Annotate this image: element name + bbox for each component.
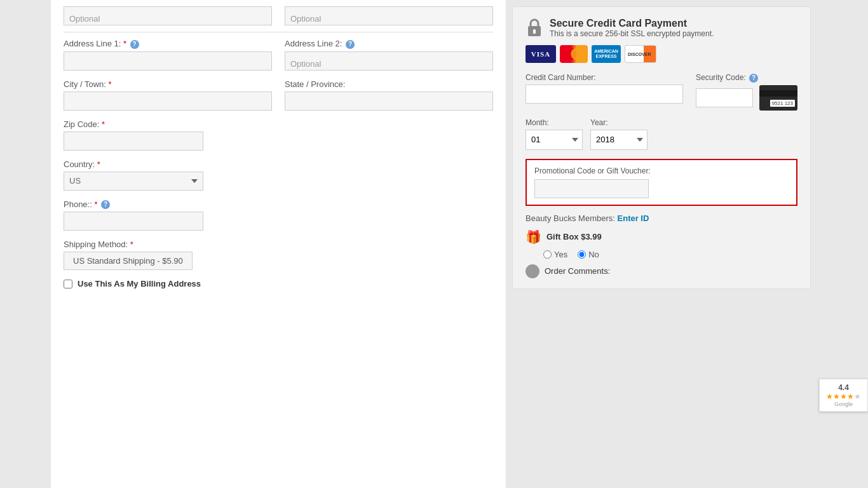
month-select[interactable]: 01 02 03 04 05 06 07 08 09 10 11 12 bbox=[526, 130, 583, 150]
country-select[interactable]: US CA UK AU bbox=[64, 172, 203, 191]
lock-icon bbox=[526, 17, 543, 39]
beauty-bucks-link[interactable]: Enter ID bbox=[618, 214, 649, 223]
address-line1-required: * bbox=[123, 39, 126, 48]
city-col: City / Town: * bbox=[64, 79, 272, 119]
state-input[interactable] bbox=[285, 92, 493, 111]
order-comments-label: Order Comments: bbox=[545, 266, 610, 276]
google-rating-score: 4.4 bbox=[838, 383, 849, 392]
card-logos: VISA AMERICANEXPRESS DISCOVER bbox=[526, 45, 797, 63]
security-code-label: Security Code: ? bbox=[696, 73, 797, 83]
address-line2-help-icon[interactable]: ? bbox=[346, 40, 355, 49]
order-comments-row: Order Comments: bbox=[526, 264, 797, 278]
gift-yes-option[interactable]: Yes bbox=[543, 250, 567, 259]
security-code-input-group: 9521 123 bbox=[696, 85, 797, 111]
zip-group: Zip Code: * bbox=[64, 119, 493, 151]
city-group: City / Town: * bbox=[64, 79, 272, 111]
cc-number-label: Credit Card Number: bbox=[526, 73, 683, 82]
billing-checkbox-row: Use This As My Billing Address bbox=[64, 279, 493, 288]
address-line2-input[interactable]: Optional bbox=[285, 51, 493, 71]
gift-box-label: Gift Box $3.99 bbox=[546, 232, 602, 241]
right-panel: Secure Credit Card Payment This is a sec… bbox=[506, 0, 817, 488]
beauty-bucks-text: Beauty Bucks Members: bbox=[526, 214, 615, 223]
card-code-display: 9521 123 bbox=[770, 100, 795, 107]
year-select[interactable]: 2018 2019 2020 2021 2022 2023 2024 2025 bbox=[590, 130, 648, 150]
amex-logo: AMERICANEXPRESS bbox=[592, 45, 621, 63]
address-line1-input[interactable] bbox=[64, 51, 272, 71]
shipping-group: Shipping Method: * US Standard Shipping … bbox=[64, 240, 493, 270]
city-label: City / Town: * bbox=[64, 79, 272, 89]
phone-required: * bbox=[94, 200, 97, 209]
shipping-label: Shipping Method: * bbox=[64, 240, 493, 249]
gift-no-label: No bbox=[588, 250, 599, 259]
city-required: * bbox=[109, 79, 112, 89]
address-row: Address Line 1: * ? Address Line 2: ? Op… bbox=[64, 39, 493, 79]
secure-subtitle: This is a secure 256-bit SSL encrypted p… bbox=[550, 29, 714, 38]
city-input[interactable] bbox=[64, 92, 272, 111]
state-group: State / Province: bbox=[285, 79, 493, 111]
security-code-input[interactable] bbox=[696, 88, 753, 107]
svg-point-2 bbox=[533, 29, 536, 32]
top-optional-row: Optional Optional bbox=[64, 6, 493, 32]
address-line2-col: Address Line 2: ? Optional bbox=[285, 39, 493, 79]
zip-label: Zip Code: * bbox=[64, 119, 493, 129]
phone-input[interactable] bbox=[64, 212, 203, 231]
visa-logo: VISA bbox=[526, 45, 556, 63]
gift-no-radio[interactable] bbox=[578, 250, 586, 259]
discover-logo: DISCOVER bbox=[625, 45, 656, 63]
promo-input[interactable] bbox=[534, 179, 649, 198]
gift-yes-label: Yes bbox=[554, 250, 567, 259]
promo-label: Promotional Code or Gift Voucher: bbox=[534, 166, 789, 175]
google-label: Google bbox=[834, 401, 853, 407]
top-optional-col-2: Optional bbox=[285, 6, 493, 25]
cc-number-row: Credit Card Number: Security Code: ? 952… bbox=[526, 73, 797, 111]
secure-title: Secure Credit Card Payment bbox=[550, 18, 714, 29]
main-form-area: Optional Optional Address Line 1: * ? bbox=[51, 0, 506, 488]
phone-label: Phone:: * ? bbox=[64, 200, 493, 210]
cc-number-input[interactable] bbox=[526, 85, 683, 104]
beauty-bucks-row: Beauty Bucks Members: Enter ID bbox=[526, 214, 797, 223]
right-gutter bbox=[817, 0, 868, 488]
phone-group: Phone:: * ? bbox=[64, 200, 493, 231]
zip-required: * bbox=[102, 119, 105, 129]
promo-section: Promotional Code or Gift Voucher: bbox=[526, 159, 797, 206]
month-year-row: Month: 01 02 03 04 05 06 07 08 09 10 11 … bbox=[526, 118, 797, 150]
gift-yes-radio[interactable] bbox=[543, 250, 552, 259]
state-col: State / Province: bbox=[285, 79, 493, 119]
cvv-card-image: 9521 123 bbox=[759, 85, 797, 111]
billing-checkbox[interactable] bbox=[64, 280, 72, 288]
address-line2-label: Address Line 2: ? bbox=[285, 39, 493, 49]
month-group: Month: 01 02 03 04 05 06 07 08 09 10 11 … bbox=[526, 118, 583, 150]
shipping-value: US Standard Shipping - $5.90 bbox=[64, 252, 193, 270]
address-line2-group: Address Line 2: ? Optional bbox=[285, 39, 493, 71]
cc-number-group: Credit Card Number: bbox=[526, 73, 683, 104]
year-label: Year: bbox=[590, 118, 648, 127]
gift-no-option[interactable]: No bbox=[578, 250, 599, 259]
country-group: Country: * US CA UK AU bbox=[64, 159, 493, 191]
card-stripe bbox=[759, 90, 797, 97]
google-stars: ★★★★★ bbox=[826, 392, 861, 401]
security-code-help-icon[interactable]: ? bbox=[749, 74, 758, 83]
year-group: Year: 2018 2019 2020 2021 2022 2023 2024… bbox=[590, 118, 648, 150]
state-label: State / Province: bbox=[285, 79, 493, 89]
gift-box-row: 🎁 Gift Box $3.99 bbox=[526, 229, 797, 245]
zip-input[interactable] bbox=[64, 132, 203, 151]
top-optional-col-1: Optional bbox=[64, 6, 272, 25]
shipping-required: * bbox=[130, 240, 133, 249]
country-label: Country: * bbox=[64, 159, 493, 169]
top-optional-input-2[interactable]: Optional bbox=[285, 6, 493, 25]
svg-point-4 bbox=[571, 48, 583, 60]
address-line1-label: Address Line 1: * ? bbox=[64, 39, 272, 49]
security-code-group: Security Code: ? 9521 123 bbox=[696, 73, 797, 111]
address-line1-col: Address Line 1: * ? bbox=[64, 39, 272, 79]
billing-checkbox-label[interactable]: Use This As My Billing Address bbox=[78, 279, 201, 288]
address-line1-help-icon[interactable]: ? bbox=[130, 40, 139, 49]
gift-icon: 🎁 bbox=[526, 229, 541, 245]
city-state-row: City / Town: * State / Province: bbox=[64, 79, 493, 119]
mastercard-logo bbox=[560, 45, 588, 63]
secure-payment-panel: Secure Credit Card Payment This is a sec… bbox=[512, 6, 811, 289]
phone-help-icon[interactable]: ? bbox=[101, 200, 110, 209]
top-optional-input-1[interactable]: Optional bbox=[64, 6, 272, 25]
secure-header: Secure Credit Card Payment This is a sec… bbox=[526, 17, 797, 39]
gift-radio-group: Yes No bbox=[543, 250, 797, 259]
google-rating-badge: 4.4 ★★★★★ Google bbox=[819, 379, 868, 412]
